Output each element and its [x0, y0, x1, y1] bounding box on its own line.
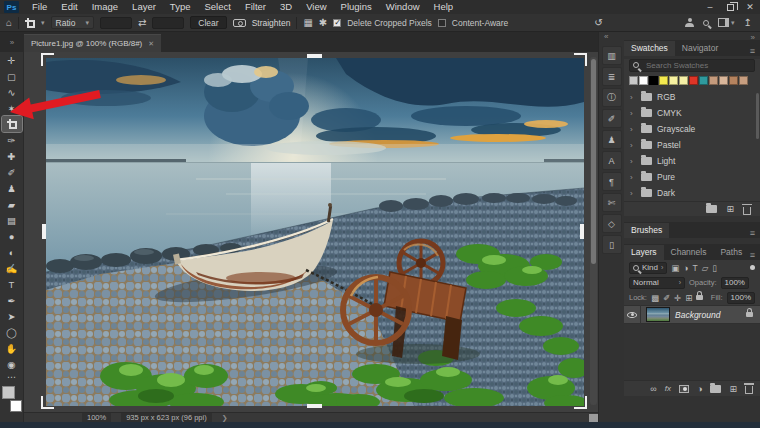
- crop-handle-top-right[interactable]: [574, 53, 587, 66]
- tab-swatches[interactable]: Swatches: [624, 41, 675, 56]
- close-button[interactable]: ✕: [740, 0, 760, 14]
- crop-handle-bottom-right[interactable]: [574, 396, 587, 409]
- chevron-down-icon[interactable]: ▾: [731, 19, 735, 27]
- background-color-swatch[interactable]: [10, 400, 22, 412]
- layer-mask-icon[interactable]: [679, 385, 689, 393]
- swatch-group-cmyk[interactable]: ›CMYK: [624, 105, 760, 121]
- crop-width-input[interactable]: [100, 17, 132, 29]
- reset-icon[interactable]: ↺: [594, 18, 602, 28]
- edit-toolbar-icon[interactable]: ⋯: [7, 372, 16, 384]
- filter-kind-select[interactable]: Kind ›: [629, 262, 667, 274]
- adjustment-layer-icon[interactable]: ◑: [697, 384, 702, 394]
- home-icon[interactable]: ⌂: [6, 18, 12, 28]
- layer-thumbnail[interactable]: [646, 307, 670, 322]
- swatch-group-pure[interactable]: ›Pure: [624, 169, 760, 185]
- vertical-scrollbar-thumb[interactable]: [591, 59, 596, 264]
- clone-stamp-tool[interactable]: ♟: [2, 180, 22, 196]
- filter-pixel-icon[interactable]: ▣: [671, 263, 679, 273]
- swap-dimensions-icon[interactable]: ⇄: [138, 18, 146, 28]
- gear-icon[interactable]: ✱: [319, 18, 327, 28]
- swatch-group-light[interactable]: ›Light: [624, 153, 760, 169]
- crop-tool[interactable]: [2, 116, 22, 132]
- straighten-label[interactable]: Straighten: [252, 18, 291, 28]
- ratio-select[interactable]: Ratio ▾: [51, 16, 94, 29]
- photoshop-logo[interactable]: Ps: [4, 1, 19, 13]
- lasso-tool[interactable]: ∿: [2, 84, 22, 100]
- new-group-icon[interactable]: [710, 385, 721, 393]
- filter-toggle[interactable]: [750, 265, 755, 270]
- color-swatch[interactable]: [729, 76, 738, 85]
- delete-layer-icon[interactable]: [745, 386, 753, 394]
- crop-handle-right[interactable]: [580, 224, 584, 239]
- smudge-tool[interactable]: ✍: [2, 260, 22, 276]
- canvas-area[interactable]: [24, 52, 598, 412]
- dodge-tool[interactable]: ◐: [2, 244, 22, 260]
- menu-file[interactable]: File: [25, 0, 54, 14]
- tab-layers[interactable]: Layers: [624, 245, 664, 260]
- filter-shape-icon[interactable]: ▱: [702, 263, 709, 273]
- crop-handle-bottom[interactable]: [307, 404, 322, 408]
- menu-view[interactable]: View: [299, 0, 333, 14]
- color-swatch[interactable]: [719, 76, 728, 85]
- lock-pixels-icon[interactable]: ✐: [663, 293, 670, 303]
- menu-3d[interactable]: 3D: [273, 0, 299, 14]
- account-icon[interactable]: [685, 18, 694, 27]
- tab-brushes[interactable]: Brushes: [624, 223, 669, 238]
- panel-menu-icon[interactable]: ≡: [750, 228, 760, 238]
- histogram-panel-icon[interactable]: ▥: [602, 46, 622, 65]
- tab-navigator[interactable]: Navigator: [675, 41, 725, 56]
- eyedropper-tool[interactable]: ✑: [2, 132, 22, 148]
- link-layers-icon[interactable]: ∞: [650, 384, 656, 394]
- export-panel-icon[interactable]: ▯: [602, 235, 622, 254]
- info-panel-icon[interactable]: ⓘ: [602, 88, 622, 107]
- fill-field[interactable]: 100%: [727, 292, 755, 304]
- minimize-button[interactable]: –: [700, 0, 720, 14]
- panel-menu-icon[interactable]: ≡: [750, 250, 760, 260]
- paragraph-panel-icon[interactable]: ¶: [602, 172, 622, 191]
- tab-paths[interactable]: Paths: [713, 245, 749, 260]
- crop-handle-bottom-left[interactable]: [41, 396, 54, 409]
- swatch-group-rgb[interactable]: ›RGB: [624, 89, 760, 105]
- swatch-group-pastel[interactable]: ›Pastel: [624, 137, 760, 153]
- new-layer-icon[interactable]: ⊞: [729, 384, 737, 394]
- visibility-cell[interactable]: [624, 305, 641, 324]
- swatch-group-grayscale[interactable]: ›Grayscale: [624, 121, 760, 137]
- color-swatch[interactable]: [709, 76, 718, 85]
- eraser-tool[interactable]: ▰: [2, 196, 22, 212]
- color-swatch[interactable]: [739, 76, 748, 85]
- new-group-icon[interactable]: [706, 205, 717, 213]
- document-tab[interactable]: Picture1.jpg @ 100% (RGB/8#) ✕: [24, 34, 161, 52]
- blur-tool[interactable]: ●: [2, 228, 22, 244]
- color-swatch[interactable]: [679, 76, 688, 85]
- foreground-color-swatch[interactable]: [2, 386, 15, 399]
- menu-edit[interactable]: Edit: [54, 0, 84, 14]
- menu-select[interactable]: Select: [197, 0, 237, 14]
- color-swatch[interactable]: [699, 76, 708, 85]
- brush-tool[interactable]: ✐: [2, 164, 22, 180]
- clear-button[interactable]: Clear: [190, 16, 226, 29]
- color-swatch[interactable]: [639, 76, 648, 85]
- move-tool[interactable]: ✛: [2, 52, 22, 68]
- lock-transparent-icon[interactable]: ▩: [651, 293, 659, 303]
- quick-selection-tool[interactable]: ✶: [2, 100, 22, 116]
- content-aware-label[interactable]: Content-Aware: [452, 18, 509, 28]
- restore-button[interactable]: [720, 0, 740, 14]
- layer-row-background[interactable]: Background: [624, 305, 760, 324]
- toolbar-overflow-icon[interactable]: »: [0, 38, 24, 47]
- panel-menu-icon[interactable]: ≡: [750, 46, 760, 56]
- layer-effects-icon[interactable]: fx: [665, 384, 671, 393]
- brush-settings-panel-icon[interactable]: ✐: [602, 109, 622, 128]
- collapse-panels-icon[interactable]: «: [599, 32, 624, 44]
- crop-height-input[interactable]: [152, 17, 184, 29]
- marquee-tool[interactable]: ▢: [2, 68, 22, 84]
- gradient-tool[interactable]: ▤: [2, 212, 22, 228]
- color-swatch[interactable]: [629, 76, 638, 85]
- panel-scrollbar[interactable]: [756, 93, 759, 139]
- vertical-scrollbar[interactable]: [590, 57, 597, 405]
- shape-tool[interactable]: ◯: [2, 324, 22, 340]
- crop-handle-top[interactable]: [307, 54, 322, 58]
- new-swatch-icon[interactable]: ⊞: [726, 205, 734, 214]
- status-flyout-icon[interactable]: ❯: [222, 414, 228, 422]
- blend-mode-select[interactable]: Normal ›: [629, 277, 685, 289]
- filter-smart-object-icon[interactable]: ▯: [712, 263, 717, 273]
